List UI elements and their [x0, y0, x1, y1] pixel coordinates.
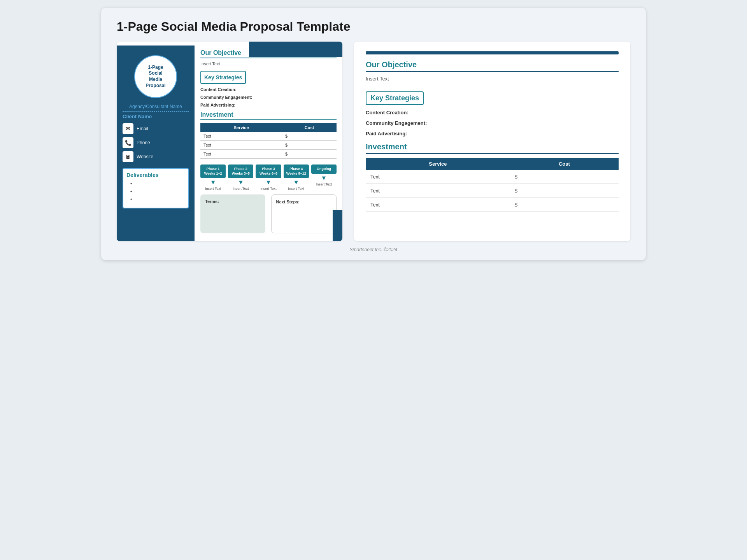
- phone-label: Phone: [137, 140, 150, 145]
- right-cost-3[interactable]: $: [510, 198, 619, 212]
- doc-footer-bar-left: [117, 229, 163, 241]
- key-strategies-section: Key Strategies Content Creation: Communi…: [200, 71, 337, 107]
- right-key-strategies-title: Key Strategies: [370, 94, 419, 102]
- right-table-row: Text $: [366, 198, 619, 212]
- right-objective-section: Our Objective Insert Text: [366, 60, 619, 82]
- phase-4-box: Phase 4Weeks 9–12: [284, 164, 309, 178]
- phone-icon: 📞: [123, 137, 133, 148]
- terms-section: Terms: Next Steps:: [200, 194, 337, 233]
- deliverables-title: Deliverables: [126, 172, 185, 178]
- phase-ongoing: Ongoing ▼ Insert Text: [311, 164, 337, 186]
- email-label: Email: [137, 126, 148, 131]
- right-table-row: Text $: [366, 170, 619, 184]
- right-strategy-paid-advertising[interactable]: Paid Advertising:: [366, 131, 619, 136]
- phase-2-box: Phase 2Weeks 3–5: [228, 164, 253, 178]
- contact-website: 🖥 Website: [123, 151, 189, 162]
- right-key-strategies-box: Key Strategies: [366, 91, 424, 105]
- phase-4: Phase 4Weeks 9–12 ▼ Insert Text: [284, 164, 309, 191]
- right-cost-2[interactable]: $: [510, 184, 619, 198]
- right-strategy-content-creation[interactable]: Content Creation:: [366, 110, 619, 116]
- strategy-paid-advertising[interactable]: Paid Advertising:: [200, 103, 337, 107]
- investment-table: Service Cost Text $ Text: [200, 123, 337, 159]
- terms-label: Terms:: [205, 199, 261, 204]
- phase-3-arrow: ▼: [265, 179, 272, 186]
- logo-circle: 1-PageSocialMediaProposal: [134, 55, 177, 98]
- phase-2-text[interactable]: Insert Text: [233, 187, 249, 191]
- right-objective-title: Our Objective: [366, 60, 619, 72]
- email-icon: ✉: [123, 123, 133, 134]
- right-service-col-header: Service: [366, 158, 510, 170]
- phase-timeline: Phase 1Weeks 1–2 ▼ Insert Text Phase 2We…: [200, 164, 337, 191]
- right-strategy-community-engagement[interactable]: Community Engagement:: [366, 120, 619, 126]
- next-steps-box: Next Steps:: [271, 194, 337, 233]
- doc-body: 1-PageSocialMediaProposal Agency/Consult…: [117, 42, 342, 241]
- doc-main: Our Objective Insert Text Key Strategies…: [195, 46, 342, 241]
- phase-3-box: Phase 3Weeks 6–8: [256, 164, 281, 178]
- phase-1: Phase 1Weeks 1–2 ▼ Insert Text: [200, 164, 226, 191]
- investment-title: Investment: [200, 111, 337, 120]
- right-service-2[interactable]: Text: [366, 184, 510, 198]
- service-3[interactable]: Text: [200, 150, 282, 159]
- table-row: Text $: [200, 132, 337, 141]
- cost-1[interactable]: $: [282, 132, 337, 141]
- right-investment-section: Investment Service Cost Text $: [366, 142, 619, 212]
- phase-ongoing-box: Ongoing: [311, 164, 337, 174]
- terms-box: Terms:: [200, 194, 265, 233]
- page-title: 1-Page Social Media Proposal Template: [117, 19, 630, 34]
- strategy-content-creation[interactable]: Content Creation:: [200, 87, 337, 92]
- content-area: 1-PageSocialMediaProposal Agency/Consult…: [117, 42, 630, 241]
- agency-name[interactable]: Agency/Consultant Name: [123, 104, 189, 112]
- right-investment-table: Service Cost Text $ Text $: [366, 158, 619, 212]
- key-strategies-title: Key Strategies: [204, 74, 242, 80]
- phase-1-box: Phase 1Weeks 1–2: [200, 164, 226, 178]
- doc-sidebar: 1-PageSocialMediaProposal Agency/Consult…: [117, 46, 195, 241]
- doc-header-bar: [249, 42, 342, 57]
- cost-2[interactable]: $: [282, 141, 337, 150]
- deliverables-box: Deliverables • • •: [123, 168, 189, 208]
- table-row: Text $: [200, 141, 337, 150]
- right-cost-col-header: Cost: [510, 158, 619, 170]
- right-key-strategies-section: Key Strategies Content Creation: Communi…: [366, 91, 619, 136]
- service-col-header: Service: [200, 123, 282, 132]
- service-1[interactable]: Text: [200, 132, 282, 141]
- phase-ongoing-arrow: ▼: [321, 175, 327, 182]
- deliverable-3: •: [130, 197, 185, 202]
- investment-section: Investment Service Cost Text: [200, 111, 337, 159]
- right-service-1[interactable]: Text: [366, 170, 510, 184]
- right-objective-text[interactable]: Insert Text: [366, 76, 619, 82]
- right-investment-title: Investment: [366, 142, 619, 154]
- strategy-community-engagement[interactable]: Community Engagement:: [200, 95, 337, 100]
- phase-4-arrow: ▼: [293, 179, 299, 186]
- logo-text: 1-PageSocialMediaProposal: [146, 65, 165, 89]
- right-doc-header-bar: [366, 51, 619, 54]
- phase-4-text[interactable]: Insert Text: [288, 187, 304, 191]
- deliverable-1: •: [130, 181, 185, 187]
- service-2[interactable]: Text: [200, 141, 282, 150]
- contact-phone: 📞 Phone: [123, 137, 189, 148]
- phase-1-text[interactable]: Insert Text: [205, 187, 221, 191]
- right-document: Our Objective Insert Text Key Strategies…: [354, 42, 630, 241]
- right-table-row: Text $: [366, 184, 619, 198]
- right-cost-1[interactable]: $: [510, 170, 619, 184]
- phase-1-arrow: ▼: [210, 179, 216, 186]
- phase-2: Phase 2Weeks 3–5 ▼ Insert Text: [228, 164, 253, 191]
- phase-ongoing-text[interactable]: Insert Text: [316, 182, 332, 186]
- objective-text[interactable]: Insert Text: [200, 61, 337, 66]
- page-wrapper: 1-Page Social Media Proposal Template 1-…: [101, 8, 646, 260]
- cost-col-header: Cost: [282, 123, 337, 132]
- website-label: Website: [137, 154, 153, 159]
- phase-3: Phase 3Weeks 6–8 ▼ Insert Text: [256, 164, 281, 191]
- footer-credit: Smartsheet Inc. ©2024: [117, 247, 630, 252]
- next-steps-label: Next Steps:: [276, 200, 332, 204]
- cost-3[interactable]: $: [282, 150, 337, 159]
- left-document: 1-PageSocialMediaProposal Agency/Consult…: [117, 42, 342, 241]
- table-row: Text $: [200, 150, 337, 159]
- client-name[interactable]: Client Name: [123, 114, 189, 119]
- contact-email: ✉ Email: [123, 123, 189, 134]
- right-service-3[interactable]: Text: [366, 198, 510, 212]
- phase-2-arrow: ▼: [238, 179, 244, 186]
- doc-footer-bar-right: [333, 210, 342, 241]
- deliverable-2: •: [130, 189, 185, 194]
- website-icon: 🖥: [123, 151, 133, 162]
- phase-3-text[interactable]: Insert Text: [260, 187, 276, 191]
